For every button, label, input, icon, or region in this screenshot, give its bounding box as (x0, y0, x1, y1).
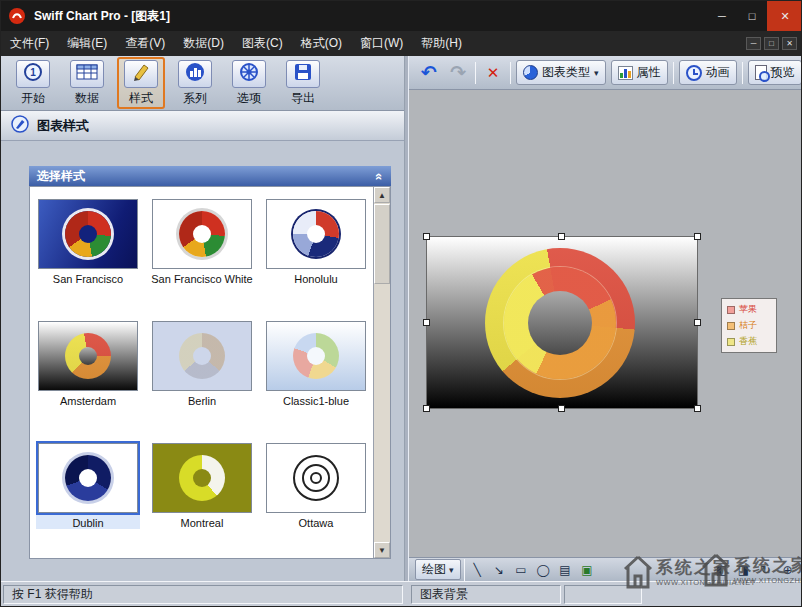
selection-handle-n[interactable] (558, 233, 565, 240)
legend-item-orange: 桔子 (727, 319, 771, 332)
selection-handle-se[interactable] (694, 405, 701, 412)
properties-label: 属性 (637, 64, 661, 81)
chevron-down-icon: ▾ (594, 68, 599, 78)
toolbar-separator (475, 62, 476, 84)
ottawa-preview (266, 443, 366, 513)
toolbar-separator (673, 62, 674, 84)
delete-button[interactable]: ✕ (481, 61, 505, 85)
redo-icon: ↷ (450, 61, 466, 84)
draw-menu-button[interactable]: 绘图 ▾ (415, 559, 461, 580)
chart-background-selected[interactable] (426, 236, 698, 409)
menu-view[interactable]: 查看(V) (116, 31, 174, 56)
series-chart-icon (185, 62, 205, 86)
export-tab-label: 导出 (291, 90, 315, 107)
undo-button[interactable]: ↶ (417, 61, 441, 85)
style-panel-header: 图表样式 (1, 111, 404, 141)
preview-page-icon (755, 65, 767, 80)
chart-type-button[interactable]: 图表类型 ▾ (516, 60, 606, 85)
options-tab-button[interactable]: 选项 (225, 57, 273, 109)
menu-bar: 文件(F) 编辑(E) 查看(V) 数据(D) 图表(C) 格式(O) 窗口(W… (1, 31, 802, 56)
menu-window[interactable]: 窗口(W) (351, 31, 412, 56)
animation-button[interactable]: 动画 (679, 60, 737, 85)
chart-type-label: 图表类型 (542, 64, 590, 81)
clock-icon (686, 65, 702, 81)
chart-workspace: ↶ ↷ ✕ 图表类型 ▾ 属性 动画 预览 (409, 56, 802, 581)
mdi-minimize-button[interactable]: ─ (746, 37, 761, 50)
chart-canvas[interactable]: 苹果 桔子 香蕉 (409, 90, 802, 557)
preview-button[interactable]: 预览 (748, 60, 802, 85)
chart-style-icon (11, 115, 29, 137)
svg-text:1: 1 (30, 67, 36, 78)
style-thumb-honolulu[interactable]: Honolulu (264, 199, 368, 285)
selection-handle-w[interactable] (423, 319, 430, 326)
scroll-up-icon[interactable]: ▲ (374, 187, 390, 203)
minimize-button[interactable]: ─ (707, 1, 737, 31)
delete-icon: ✕ (487, 64, 500, 82)
selection-handle-ne[interactable] (694, 233, 701, 240)
menu-format[interactable]: 格式(O) (292, 31, 351, 56)
legend-swatch-yellow (727, 338, 735, 346)
montreal-preview (152, 443, 252, 513)
selection-handle-sw[interactable] (423, 405, 430, 412)
menu-chart[interactable]: 图表(C) (233, 31, 292, 56)
donut-chart[interactable] (485, 248, 635, 398)
style-thumb-ottawa[interactable]: Ottawa (264, 443, 368, 529)
menu-file[interactable]: 文件(F) (1, 31, 58, 56)
animation-label: 动画 (706, 64, 730, 81)
style-list: San Francisco San Francisco White Honolu… (29, 186, 391, 559)
scrollbar-thumb[interactable] (374, 204, 390, 284)
menu-help[interactable]: 帮助(H) (412, 31, 471, 56)
mdi-close-button[interactable]: ✕ (782, 37, 797, 50)
chart-legend[interactable]: 苹果 桔子 香蕉 (721, 298, 777, 353)
style-thumb-amsterdam[interactable]: Amsterdam (36, 321, 140, 407)
title-bar: Swiff Chart Pro - [图表1] ─ □ ✕ (1, 1, 802, 31)
save-disk-icon (294, 63, 312, 85)
mdi-restore-button[interactable]: □ (764, 37, 779, 50)
selection-handle-e[interactable] (694, 319, 701, 326)
options-tab-label: 选项 (237, 90, 261, 107)
style-thumb-san-francisco[interactable]: San Francisco (36, 199, 140, 285)
ellipse-tool-icon[interactable]: ◯ (534, 561, 553, 579)
app-logo-icon (9, 8, 25, 24)
style-thumb-dublin[interactable]: Dublin (36, 443, 140, 529)
export-tab-button[interactable]: 导出 (279, 57, 327, 109)
selection-handle-nw[interactable] (423, 233, 430, 240)
preview-label: 预览 (771, 64, 795, 81)
close-button[interactable]: ✕ (767, 1, 802, 31)
rectangle-tool-icon[interactable]: ▭ (512, 561, 531, 579)
series-tab-button[interactable]: 系列 (171, 57, 219, 109)
chevron-down-icon: ▾ (449, 565, 454, 575)
menu-data[interactable]: 数据(D) (174, 31, 233, 56)
style-tab-button[interactable]: 样式 (117, 57, 165, 109)
data-table-icon (76, 64, 98, 84)
maximize-button[interactable]: □ (737, 1, 767, 31)
properties-button[interactable]: 属性 (611, 60, 668, 85)
redo-button[interactable]: ↷ (446, 61, 470, 85)
style-thumb-montreal[interactable]: Montreal (150, 443, 254, 529)
line-tool-icon[interactable]: ╲ (468, 561, 487, 579)
menu-edit[interactable]: 编辑(E) (58, 31, 116, 56)
start-tab-button[interactable]: 1 开始 (9, 57, 57, 109)
main-toolbar: 1 开始 数据 样式 系列 选项 (1, 56, 404, 111)
selection-handle-s[interactable] (558, 405, 565, 412)
image-tool-icon[interactable]: ▣ (578, 561, 597, 579)
style-list-scrollbar[interactable]: ▲ ▼ (373, 187, 390, 558)
collapse-chevron-icon[interactable]: « (372, 172, 387, 179)
start-tab-label: 开始 (21, 90, 45, 107)
window-title: Swiff Chart Pro - [图表1] (34, 8, 170, 25)
san-francisco-preview (38, 199, 138, 269)
style-thumb-classic1-blue[interactable]: Classic1-blue (264, 321, 368, 407)
classic1-blue-preview (266, 321, 366, 391)
watermark-logo: 系统之家 WWW.XITONGZHIJIA.NET (701, 552, 802, 592)
style-thumb-san-francisco-white[interactable]: San Francisco White (150, 199, 254, 285)
style-thumb-berlin[interactable]: Berlin (150, 321, 254, 407)
select-style-section-header[interactable]: 选择样式 « (29, 166, 391, 186)
data-tab-button[interactable]: 数据 (63, 57, 111, 109)
arrow-tool-icon[interactable]: ↘ (490, 561, 509, 579)
honolulu-preview (266, 199, 366, 269)
donut-hole (528, 291, 592, 355)
application-window: Swiff Chart Pro - [图表1] ─ □ ✕ 文件(F) 编辑(E… (0, 0, 802, 607)
scroll-down-icon[interactable]: ▼ (374, 542, 390, 558)
options-wheel-icon (239, 62, 259, 86)
textbox-tool-icon[interactable]: ▤ (556, 561, 575, 579)
